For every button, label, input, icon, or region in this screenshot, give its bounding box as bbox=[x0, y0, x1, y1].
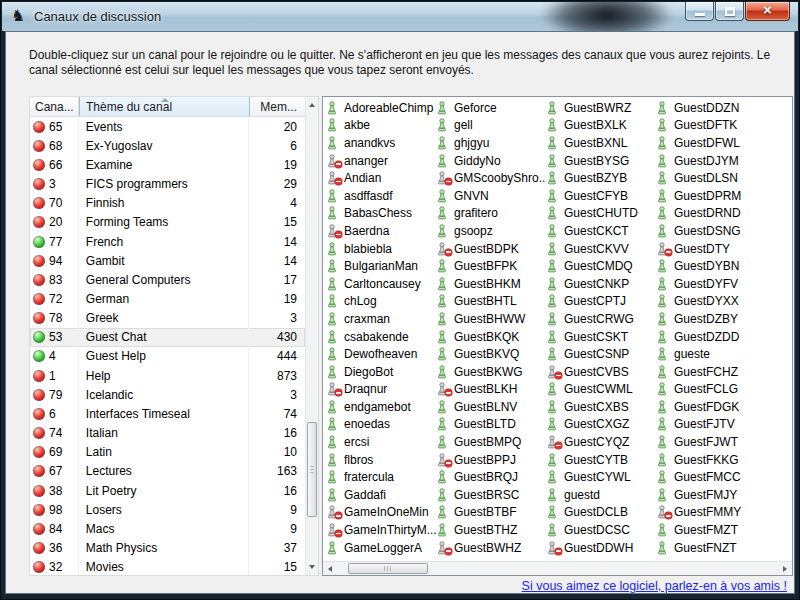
channel-row[interactable]: 3FICS programmers29 bbox=[30, 174, 305, 193]
user-item[interactable]: anandkvs bbox=[326, 134, 436, 152]
share-software-link[interactable]: Si vous aimez ce logiciel, parlez-en à v… bbox=[522, 579, 787, 593]
user-item[interactable]: ercsi bbox=[326, 433, 436, 451]
user-item[interactable]: GuestFJWT bbox=[656, 433, 786, 451]
user-item[interactable]: GameInOneMin bbox=[326, 504, 436, 522]
user-item[interactable]: Dewofheaven bbox=[326, 345, 436, 363]
user-item[interactable]: GuestBLTD bbox=[436, 416, 546, 434]
user-item[interactable]: BulgarianMan bbox=[326, 257, 436, 275]
user-item[interactable]: GuestDRND bbox=[656, 205, 786, 223]
user-item[interactable]: GuestBWHZ bbox=[436, 539, 546, 557]
user-item[interactable]: GMScoobyShro... bbox=[436, 169, 546, 187]
user-item[interactable]: grafitero bbox=[436, 205, 546, 223]
user-item[interactable]: GuestDFTK bbox=[656, 117, 786, 135]
user-item[interactable]: GuestDDWH bbox=[546, 539, 656, 557]
user-item[interactable]: GuestDSNG bbox=[656, 222, 786, 240]
user-item[interactable]: Geforce bbox=[436, 99, 546, 117]
user-item[interactable]: enoedas bbox=[326, 416, 436, 434]
user-item[interactable]: GuestCSNP bbox=[546, 345, 656, 363]
user-item[interactable]: GuestBWRZ bbox=[546, 99, 656, 117]
user-item[interactable]: GuestDZDD bbox=[656, 328, 786, 346]
user-item[interactable]: GuestBXNL bbox=[546, 134, 656, 152]
user-item[interactable]: GuestCPTJ bbox=[546, 293, 656, 311]
user-item[interactable]: ghjgyu bbox=[436, 134, 546, 152]
user-item[interactable]: GuestFMCC bbox=[656, 468, 786, 486]
user-item[interactable]: GuestDPRM bbox=[656, 187, 786, 205]
user-item[interactable]: GuestFCLG bbox=[656, 381, 786, 399]
channel-row[interactable]: 94Gambit14 bbox=[30, 251, 305, 270]
user-item[interactable]: GuestBZYB bbox=[546, 169, 656, 187]
user-item[interactable]: GuestCXGZ bbox=[546, 416, 656, 434]
title-bar[interactable]: ♞ Canaux de discussion × bbox=[2, 2, 798, 31]
user-item[interactable]: GuestDCLB bbox=[546, 504, 656, 522]
channel-row[interactable]: 32Movies15 bbox=[30, 558, 305, 575]
user-item[interactable]: csabakende bbox=[326, 328, 436, 346]
channel-row[interactable]: 70Finnish4 bbox=[30, 194, 305, 213]
user-item[interactable]: GuestBTBF bbox=[436, 504, 546, 522]
scroll-down-arrow[interactable] bbox=[306, 560, 318, 574]
user-item[interactable]: GuestDTY bbox=[656, 240, 786, 258]
user-item[interactable]: GuestDDZN bbox=[656, 99, 786, 117]
channel-row[interactable]: 84Macs9 bbox=[30, 519, 305, 538]
user-item[interactable]: chLog bbox=[326, 293, 436, 311]
maximize-button[interactable] bbox=[715, 2, 744, 21]
user-item[interactable]: GuestCRWG bbox=[546, 310, 656, 328]
user-item[interactable]: GuestFMJY bbox=[656, 486, 786, 504]
channel-row[interactable]: 67Lectures163 bbox=[30, 462, 305, 481]
channel-row[interactable]: 98Losers9 bbox=[30, 500, 305, 519]
user-item[interactable]: GuestBDPK bbox=[436, 240, 546, 258]
user-item[interactable]: GuestFMMY bbox=[656, 504, 786, 522]
column-header-members[interactable]: Mem... bbox=[250, 97, 306, 116]
user-item[interactable]: GuestCYTB bbox=[546, 451, 656, 469]
user-item[interactable]: GuestDLSN bbox=[656, 169, 786, 187]
user-item[interactable]: GuestBPPJ bbox=[436, 451, 546, 469]
user-item[interactable]: GNVN bbox=[436, 187, 546, 205]
user-item[interactable]: endgamebot bbox=[326, 398, 436, 416]
channel-row[interactable]: 4Guest Help444 bbox=[30, 347, 305, 366]
user-item[interactable]: GuestBHWW bbox=[436, 310, 546, 328]
user-item[interactable]: GuestFCHZ bbox=[656, 363, 786, 381]
user-item[interactable]: GuestFKKG bbox=[656, 451, 786, 469]
user-item[interactable]: GuestBMPQ bbox=[436, 433, 546, 451]
channel-row[interactable]: 53Guest Chat430 bbox=[30, 328, 305, 347]
user-item[interactable]: GuestDYXX bbox=[656, 293, 786, 311]
close-button[interactable]: × bbox=[745, 2, 790, 21]
user-item[interactable]: GuestCKCT bbox=[546, 222, 656, 240]
user-item[interactable]: GuestBRQJ bbox=[436, 468, 546, 486]
user-item[interactable]: GuestCXBS bbox=[546, 398, 656, 416]
channel-row[interactable]: 68Ex-Yugoslav6 bbox=[30, 136, 305, 155]
user-item[interactable]: GuestBYSG bbox=[546, 152, 656, 170]
user-item[interactable]: GuestCVBS bbox=[546, 363, 656, 381]
user-item[interactable]: GuestBLNV bbox=[436, 398, 546, 416]
user-item[interactable]: GuestDYBN bbox=[656, 257, 786, 275]
user-item[interactable]: gell bbox=[436, 117, 546, 135]
user-item[interactable]: GuestBFPK bbox=[436, 257, 546, 275]
user-item[interactable]: GuestCFYB bbox=[546, 187, 656, 205]
channel-row[interactable]: 6Interfaces Timeseal74 bbox=[30, 404, 305, 423]
user-item[interactable]: GuestCWML bbox=[546, 381, 656, 399]
user-item[interactable]: GuestCHUTD bbox=[546, 205, 656, 223]
channel-row[interactable]: 79Icelandic3 bbox=[30, 385, 305, 404]
user-item[interactable]: GuestCNKP bbox=[546, 275, 656, 293]
user-item[interactable]: GuestBLKH bbox=[436, 381, 546, 399]
user-item[interactable]: Andian bbox=[326, 169, 436, 187]
user-item[interactable]: GiddyNo bbox=[436, 152, 546, 170]
channel-row[interactable]: 38Lit Poetry16 bbox=[30, 481, 305, 500]
horizontal-scroll-thumb[interactable] bbox=[348, 563, 428, 574]
channel-row[interactable]: 77French14 bbox=[30, 232, 305, 251]
user-item[interactable]: asdffasdf bbox=[326, 187, 436, 205]
user-item[interactable]: GuestFNZT bbox=[656, 539, 786, 557]
channel-row[interactable]: 74Italian16 bbox=[30, 424, 305, 443]
channel-table-vertical-scrollbar[interactable] bbox=[305, 97, 318, 575]
user-item[interactable]: GuestFJTV bbox=[656, 416, 786, 434]
user-item[interactable]: AdoreableChimp bbox=[326, 99, 436, 117]
user-item[interactable]: GuestFMZT bbox=[656, 521, 786, 539]
user-item[interactable]: GameInThirtyM... bbox=[326, 521, 436, 539]
user-item[interactable]: ananger bbox=[326, 152, 436, 170]
user-item[interactable]: GameLoggerA bbox=[326, 539, 436, 557]
column-header-theme[interactable]: Thème du canal bbox=[79, 97, 250, 116]
scroll-right-arrow[interactable] bbox=[778, 562, 792, 576]
channel-row[interactable]: 1Help873 bbox=[30, 366, 305, 385]
user-item[interactable]: GuestBRSC bbox=[436, 486, 546, 504]
user-item[interactable]: Carltoncausey bbox=[326, 275, 436, 293]
user-item[interactable]: GuestDYFV bbox=[656, 275, 786, 293]
